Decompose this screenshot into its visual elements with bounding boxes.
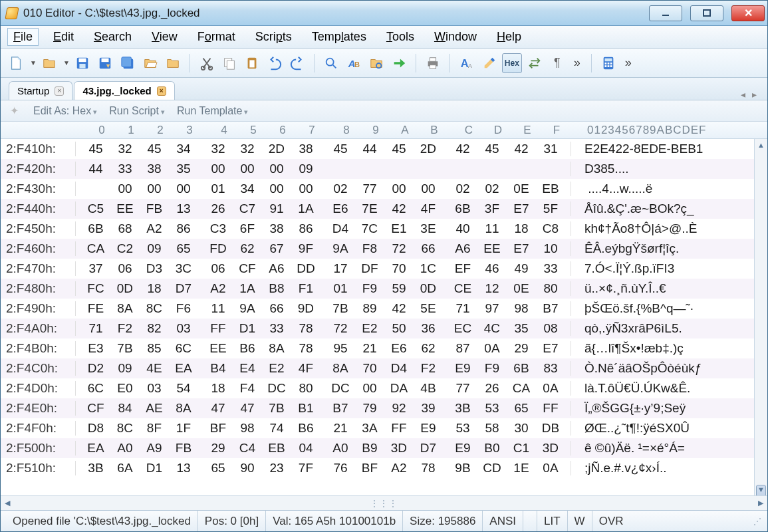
hex-bytes[interactable]: 4433383500000009 xyxy=(76,162,565,176)
hex-byte[interactable]: E7 xyxy=(507,201,536,216)
run-script-dropdown[interactable]: Run Script xyxy=(109,105,165,117)
star-icon[interactable]: ✦ xyxy=(10,104,19,117)
hex-byte[interactable]: D2 xyxy=(81,361,110,376)
menu-scripts[interactable]: Scripts xyxy=(250,29,297,45)
ascii-cell[interactable]: Ï„®ŠGG{±·y’9;Seÿ xyxy=(571,401,767,416)
menu-edit[interactable]: Edit xyxy=(48,29,79,45)
ascii-cell[interactable]: E2E422-8EDE-BEB1 xyxy=(571,142,767,156)
hex-row[interactable]: 2:F470h:3706D33C06CFA6DD17DF701CEF464933… xyxy=(1,259,767,279)
hex-byte[interactable]: 00 xyxy=(384,182,414,196)
hex-byte[interactable]: 6C xyxy=(81,381,110,396)
save-all-button[interactable] xyxy=(118,53,138,73)
hex-byte[interactable]: 47 xyxy=(233,401,262,416)
hex-byte[interactable]: EE xyxy=(203,341,233,356)
hex-byte[interactable]: 8F xyxy=(140,421,169,436)
hex-byte[interactable]: 29 xyxy=(203,441,233,456)
hex-byte[interactable]: E2 xyxy=(355,321,384,336)
hex-row[interactable]: 2:F480h:FC0D18D7A21AB8F101F9590DCE120E80… xyxy=(1,279,767,299)
hex-byte[interactable]: 1E xyxy=(507,461,536,475)
hex-row[interactable]: 2:F490h:FE8A8CF6119A669D7B89425E719798B7… xyxy=(1,299,767,319)
hex-row[interactable]: 2:F4F0h:D88C8F1FBF9874B6213AFFE9535830DB… xyxy=(1,418,767,438)
status-w[interactable]: W xyxy=(568,511,592,531)
hex-byte[interactable]: 09 xyxy=(140,241,169,256)
hex-bytes[interactable]: 3706D33C06CFA6DD17DF701CEF464933 xyxy=(76,261,565,276)
hex-byte[interactable]: B8 xyxy=(262,281,291,296)
hex-byte[interactable]: 09 xyxy=(291,162,320,176)
hex-byte[interactable]: 85 xyxy=(140,341,169,356)
hex-byte[interactable]: EE xyxy=(110,201,140,216)
hex-byte[interactable]: B6 xyxy=(233,341,262,356)
hex-byte[interactable]: D8 xyxy=(81,421,110,436)
hex-byte[interactable]: E7 xyxy=(507,241,536,256)
ascii-cell[interactable]: ....4...w.....ë xyxy=(571,182,767,196)
hex-byte[interactable]: 45 xyxy=(384,142,414,156)
hex-byte[interactable]: F9 xyxy=(355,281,384,296)
hex-byte[interactable]: D7 xyxy=(414,441,443,456)
hex-byte[interactable]: CD xyxy=(477,461,507,475)
hex-byte[interactable]: 8A xyxy=(262,341,291,356)
hex-byte[interactable]: 02 xyxy=(448,182,477,196)
hex-byte[interactable]: C8 xyxy=(536,221,565,236)
hex-byte[interactable]: 21 xyxy=(355,341,384,356)
hex-byte[interactable]: 01 xyxy=(326,281,355,296)
hex-byte[interactable]: C3 xyxy=(203,221,233,236)
hex-byte[interactable]: 7B xyxy=(262,401,291,416)
hex-byte[interactable]: 74 xyxy=(262,421,291,436)
hex-byte[interactable]: 46 xyxy=(477,261,507,276)
vertical-scrollbar[interactable]: ▲ ▼ xyxy=(754,139,767,495)
menu-templates[interactable]: Templates xyxy=(307,29,372,45)
hex-byte[interactable]: 7E xyxy=(355,201,384,216)
save-button[interactable] xyxy=(72,53,92,73)
hex-byte[interactable]: E7 xyxy=(536,341,565,356)
hex-byte[interactable]: 8C xyxy=(110,421,140,436)
hex-row[interactable]: 2:F410h:4532453432322D384544452D42454231… xyxy=(1,139,767,159)
scroll-left-icon[interactable]: ◀ xyxy=(1,496,14,510)
hex-byte[interactable]: F8 xyxy=(355,241,384,256)
hex-byte[interactable]: 87 xyxy=(448,341,477,356)
scroll-up-icon[interactable]: ▲ xyxy=(755,139,767,151)
hex-byte[interactable]: 3B xyxy=(81,461,110,475)
hex-byte[interactable] xyxy=(448,162,477,176)
hex-byte[interactable]: 00 xyxy=(203,162,233,176)
hex-byte[interactable]: 06 xyxy=(203,261,233,276)
hex-byte[interactable]: 70 xyxy=(355,361,384,376)
hex-bytes[interactable]: C5EEFB1326C7911AE67E424F6B3FE75F xyxy=(76,201,565,216)
hex-byte[interactable]: 7B xyxy=(110,341,140,356)
hex-byte[interactable]: B9 xyxy=(355,441,384,456)
resize-grip-icon[interactable]: ⋰ xyxy=(753,517,762,526)
new-file-dropdown[interactable]: ▼ xyxy=(30,59,37,66)
hex-byte[interactable]: 7B xyxy=(326,301,355,316)
hex-byte[interactable]: E6 xyxy=(326,201,355,216)
hex-byte[interactable]: EF xyxy=(448,261,477,276)
hex-byte[interactable]: 33 xyxy=(536,261,565,276)
tab-startup[interactable]: Startup × xyxy=(9,81,72,100)
hex-byte[interactable]: CA xyxy=(81,241,110,256)
hex-byte[interactable]: 32 xyxy=(233,142,262,156)
hex-byte[interactable]: 8A xyxy=(326,361,355,376)
hex-byte[interactable]: 2D xyxy=(262,142,291,156)
hex-byte[interactable]: 18 xyxy=(203,381,233,396)
hex-byte[interactable]: 00 xyxy=(262,162,291,176)
hex-byte[interactable]: 6F xyxy=(233,221,262,236)
hex-byte[interactable] xyxy=(414,162,443,176)
hex-byte[interactable]: DC xyxy=(262,381,291,396)
hex-byte[interactable]: D4 xyxy=(326,221,355,236)
ascii-cell[interactable]: kh¢†Ão8†Ô|á>@..È xyxy=(571,221,767,236)
hex-bytes[interactable]: 6B68A286C36F3886D47CE13E401118C8 xyxy=(76,221,565,236)
hex-byte[interactable]: EA xyxy=(169,361,198,376)
hex-byte[interactable]: 8A xyxy=(169,401,198,416)
hex-byte[interactable]: B7 xyxy=(536,301,565,316)
hex-bytes[interactable]: 3B6AD1136590237F76BFA2789BCD1E0A xyxy=(76,461,565,475)
ascii-cell[interactable]: Åîû.&Ç'.æ~BOk?ç_ xyxy=(571,201,767,216)
hex-byte[interactable]: 45 xyxy=(326,142,355,156)
hex-row[interactable]: 2:F420h:4433383500000009 D385.... xyxy=(1,159,767,179)
hex-byte[interactable]: DC xyxy=(326,381,355,396)
hex-byte[interactable]: A0 xyxy=(326,441,355,456)
menu-format[interactable]: Format xyxy=(192,29,241,45)
hex-byte[interactable]: 58 xyxy=(477,421,507,436)
hex-byte[interactable]: B1 xyxy=(291,401,320,416)
hex-byte[interactable]: 6C xyxy=(169,341,198,356)
hex-byte[interactable]: 33 xyxy=(110,162,140,176)
hex-row[interactable]: 2:F430h: 000000013400000277000002020EEB … xyxy=(1,179,767,199)
ascii-cell[interactable]: Ò.Nê´äâOŠpÔòéùkƒ xyxy=(571,361,767,376)
